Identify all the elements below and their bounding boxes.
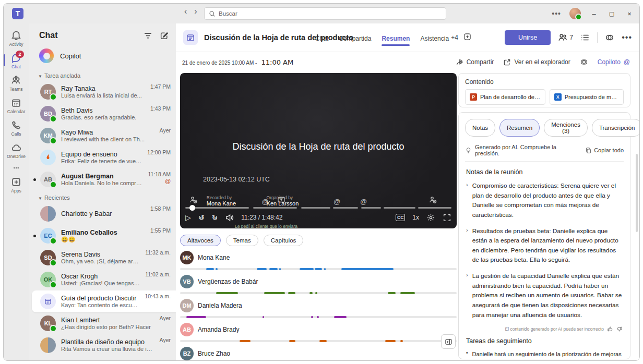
- settings-gear-icon[interactable]: [426, 213, 435, 222]
- speaker-track[interactable]: [180, 268, 457, 270]
- speech-segment[interactable]: [289, 340, 295, 342]
- speech-segment[interactable]: [269, 268, 278, 270]
- speech-segment[interactable]: [186, 316, 207, 318]
- speaker-row[interactable]: DMDaniela Madera: [180, 299, 457, 318]
- speech-segment[interactable]: [385, 340, 396, 342]
- user-avatar[interactable]: [569, 8, 581, 19]
- speech-segment[interactable]: [206, 268, 214, 270]
- chat-section-label[interactable]: ▼Recientes: [29, 190, 176, 203]
- filter-pill-temas[interactable]: Temas: [226, 235, 258, 246]
- chevron-right-icon[interactable]: ›: [466, 226, 468, 265]
- rail-item-calls[interactable]: Calls: [4, 117, 29, 140]
- video-player[interactable]: Discusión de la Hoja de ruta del product…: [180, 73, 457, 228]
- speech-segment[interactable]: [388, 292, 396, 294]
- mention-marker-icon[interactable]: @: [360, 198, 367, 205]
- search-input[interactable]: Buscar: [204, 7, 446, 20]
- file-chip[interactable]: XPresupuesto de marketing...: [550, 89, 624, 105]
- playhead[interactable]: [189, 205, 195, 211]
- rail-item-calendar[interactable]: Calendar: [4, 95, 29, 117]
- person-add-marker-icon[interactable]: [428, 196, 437, 205]
- file-chip[interactable]: PPlan de desarrollo del producto: [465, 89, 545, 105]
- header-more-icon[interactable]: •••: [622, 33, 632, 42]
- speech-segment[interactable]: [341, 268, 394, 270]
- copilot-small-icon[interactable]: [580, 58, 588, 66]
- speech-segment[interactable]: [216, 268, 217, 270]
- volume-icon[interactable]: [225, 213, 234, 222]
- speech-segment[interactable]: [279, 268, 281, 270]
- collapse-panel-button[interactable]: [441, 334, 456, 349]
- chat-list-item[interactable]: Guía del producto DiscutirKayo: Tan cont…: [32, 290, 176, 312]
- chat-list-item[interactable]: OKOscar KroghUsted: ¡Gracias! Que tengas…: [29, 269, 176, 290]
- thumbs-down-icon[interactable]: [616, 326, 623, 332]
- chat-list-item[interactable]: RTRay TanakaLuisa enviará la lista inici…: [29, 81, 176, 103]
- new-chat-icon[interactable]: [160, 31, 169, 40]
- chat-list-item[interactable]: Equipo de ensueñoErika: Feliz de tenerte…: [29, 147, 176, 168]
- mention-marker-icon[interactable]: @: [334, 198, 340, 205]
- speaker-row[interactable]: BZBruce Zhao: [180, 347, 457, 360]
- titlebar-more-icon[interactable]: •••: [552, 9, 561, 18]
- speech-segment[interactable]: [264, 292, 285, 294]
- speaker-row[interactable]: ABAmanda Brady: [180, 323, 457, 342]
- back-icon[interactable]: ‹: [184, 7, 187, 16]
- filter-pill-capítulos[interactable]: Capítulos: [264, 235, 304, 246]
- speech-segment[interactable]: [315, 268, 322, 270]
- rail-item-more[interactable]: [4, 162, 29, 174]
- speaker-track[interactable]: [180, 316, 457, 318]
- chevron-right-icon[interactable]: ›: [466, 181, 468, 220]
- copilot-action[interactable]: Copiloto @: [598, 58, 630, 66]
- rail-item-onedrive[interactable]: OneDrive: [4, 140, 29, 162]
- chat-list-item[interactable]: KMKayo MiwaI reviewed with the client on…: [29, 125, 176, 147]
- join-button[interactable]: Unirse: [505, 30, 551, 45]
- copy-all-button[interactable]: Copiar todo: [585, 147, 624, 154]
- recap-tab-notas[interactable]: Notas: [465, 119, 495, 137]
- meeting-note[interactable]: ›La gestión de la capacidad Danielle exp…: [466, 271, 623, 320]
- maximize-button[interactable]: ▢: [607, 10, 616, 17]
- speech-segment[interactable]: [240, 340, 251, 342]
- recap-tab-transcripci-n[interactable]: Transcripción: [592, 119, 640, 137]
- right-panel-scrollbar[interactable]: [636, 154, 638, 232]
- minimize-button[interactable]: –: [589, 10, 599, 18]
- thumbs-up-icon[interactable]: [607, 326, 613, 332]
- filter-icon[interactable]: [144, 31, 152, 40]
- rail-item-teams[interactable]: Teams: [4, 72, 29, 95]
- speech-segment[interactable]: [334, 316, 347, 318]
- chat-list-item[interactable]: ECEmiliano Ceballos😄😄1:55 PM: [29, 225, 176, 247]
- forward-10-icon[interactable]: ↻10: [212, 213, 218, 222]
- speaker-row[interactable]: VBVergüenzas de Babár: [180, 275, 457, 294]
- fullscreen-icon[interactable]: [443, 213, 451, 222]
- speech-segment[interactable]: [257, 268, 267, 270]
- captions-icon[interactable]: CC: [396, 214, 405, 221]
- speech-segment[interactable]: [309, 292, 313, 294]
- tab-asistencia[interactable]: Asistencia: [420, 26, 449, 50]
- speech-segment[interactable]: [400, 340, 403, 342]
- chat-list-item[interactable]: SDSerena DavisOhm, ya veo. ¡Sí, déjame a…: [29, 247, 176, 269]
- copilot-chat-item[interactable]: Copilot: [29, 44, 176, 68]
- speech-segment[interactable]: [263, 316, 264, 318]
- recap-tab-menciones-[interactable]: Menciones (3): [544, 119, 588, 137]
- speaker-row[interactable]: MKMona Kane: [180, 251, 457, 270]
- participants-count[interactable]: 7: [558, 33, 573, 42]
- speech-segment[interactable]: [324, 268, 326, 270]
- tabs-overflow[interactable]: +4: [451, 34, 458, 41]
- forward-icon[interactable]: ›: [194, 7, 197, 16]
- chevron-right-icon[interactable]: ›: [466, 271, 468, 320]
- speech-segment[interactable]: [288, 292, 295, 294]
- speech-segment[interactable]: [400, 292, 415, 294]
- share-action[interactable]: Compartir: [456, 58, 494, 66]
- rewind-10-icon[interactable]: ↺10: [198, 213, 205, 222]
- speaker-track[interactable]: [180, 292, 457, 294]
- speech-segment[interactable]: [300, 268, 314, 270]
- rail-item-chat[interactable]: 2Chat: [4, 50, 29, 72]
- speaker-track[interactable]: [180, 340, 457, 342]
- chat-list-item[interactable]: KLKian Lambert¿Has dirigido esto por Bet…: [29, 312, 176, 334]
- meeting-note[interactable]: ›Compromiso de características: Serena q…: [466, 181, 623, 220]
- chat-list-item[interactable]: Plantilla de diseño de equipoRita Vamos …: [29, 334, 176, 356]
- recap-tab-resumen[interactable]: Resumen: [499, 119, 540, 137]
- speech-segment[interactable]: [216, 292, 238, 294]
- filter-pill-altavoces[interactable]: Altavoces: [180, 235, 221, 246]
- chat-list-item[interactable]: BDBeth DavisGracias. eso sería agradable…: [29, 103, 176, 125]
- chat-list-item[interactable]: Charlotte y Babar1:58 PM: [29, 203, 176, 225]
- chat-section-label[interactable]: ▼Tarea anclada: [29, 68, 176, 81]
- video-progress-bar[interactable]: [185, 207, 451, 209]
- rail-item-activity[interactable]: Activity: [4, 28, 29, 50]
